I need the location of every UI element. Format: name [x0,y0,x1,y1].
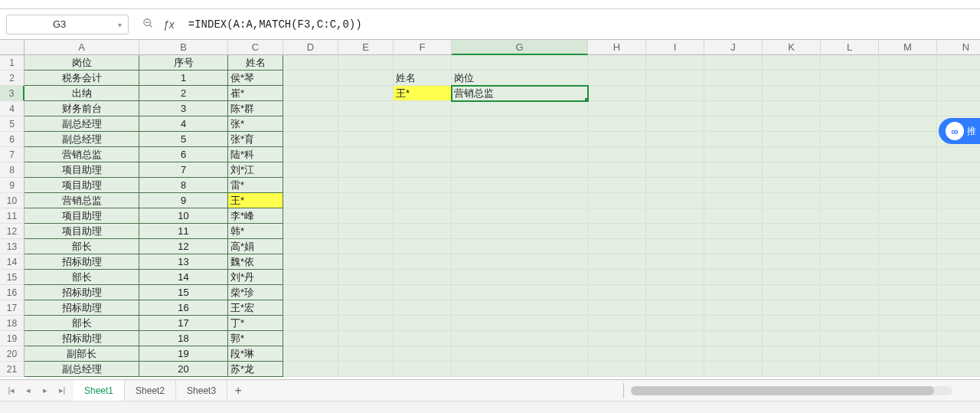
cell-L3[interactable] [821,86,879,101]
cell-M17[interactable] [879,300,937,316]
cell-B7[interactable]: 6 [139,147,228,162]
col-header-C[interactable]: C [228,40,283,55]
row-header-1[interactable]: 1 [0,55,24,70]
cell-A20[interactable]: 副部长 [24,346,139,362]
cell-G20[interactable] [452,346,588,362]
col-header-N[interactable]: N [937,40,980,55]
cell-N9[interactable] [937,178,980,193]
cell-K15[interactable] [763,270,821,285]
cell-N2[interactable] [937,70,980,86]
formula-input[interactable] [188,18,974,31]
row-header-18[interactable]: 18 [0,316,24,331]
cell-G5[interactable] [452,116,588,132]
cell-G18[interactable] [452,316,588,331]
cell-D15[interactable] [283,270,338,285]
zoom-out-icon[interactable] [142,18,154,31]
cell-G8[interactable] [452,162,588,178]
cell-C17[interactable]: 王*宏 [228,300,283,316]
sheet-next-icon[interactable]: ▸ [37,382,54,400]
cell-A2[interactable]: 税务会计 [24,70,139,86]
cell-M16[interactable] [879,285,937,300]
cell-K10[interactable] [763,193,821,208]
cell-M21[interactable] [879,362,937,377]
cell-A11[interactable]: 项目助理 [24,208,139,224]
col-header-B[interactable]: B [139,40,228,55]
row-header-5[interactable]: 5 [0,116,24,132]
cell-M3[interactable] [879,86,937,101]
cell-M7[interactable] [879,147,937,162]
cell-D20[interactable] [283,346,338,362]
cell-H1[interactable] [588,55,646,70]
cell-F19[interactable] [394,331,452,346]
cell-D1[interactable] [283,55,338,70]
cell-F18[interactable] [394,316,452,331]
cell-C12[interactable]: 韩* [228,224,283,239]
cell-D4[interactable] [283,101,338,116]
cell-N8[interactable] [937,162,980,178]
cell-C18[interactable]: 丁* [228,316,283,331]
col-header-J[interactable]: J [704,40,763,55]
col-header-H[interactable]: H [588,40,646,55]
cell-F5[interactable] [394,116,452,132]
add-sheet-button[interactable]: + [227,380,249,402]
row-header-11[interactable]: 11 [0,208,24,224]
row-header-15[interactable]: 15 [0,270,24,285]
cell-B1[interactable]: 序号 [139,55,228,70]
sheet-tab-sheet1[interactable]: Sheet1 [74,379,125,401]
cell-N18[interactable] [937,316,980,331]
cell-I4[interactable] [646,101,704,116]
cell-F10[interactable] [394,193,452,208]
cell-J2[interactable] [704,70,763,86]
cell-L16[interactable] [821,285,879,300]
cell-M12[interactable] [879,224,937,239]
cell-E11[interactable] [338,208,394,224]
cell-N19[interactable] [937,331,980,346]
col-header-G[interactable]: G [452,40,588,55]
cell-E7[interactable] [338,147,394,162]
cell-I17[interactable] [646,300,704,316]
cell-J1[interactable] [704,55,763,70]
row-headers[interactable]: 123456789101112131415161718192021 [0,55,24,377]
cell-F9[interactable] [394,178,452,193]
cell-E19[interactable] [338,331,394,346]
cell-M19[interactable] [879,331,937,346]
cell-J6[interactable] [704,132,763,147]
row-header-16[interactable]: 16 [0,285,24,300]
cell-K8[interactable] [763,162,821,178]
spreadsheet-grid[interactable]: ABCDEFGHIJKLMN 1234567891011121314151617… [0,40,980,379]
cell-E21[interactable] [338,362,394,377]
cloud-side-button[interactable]: ∞ 推 [939,118,980,144]
cell-M6[interactable] [879,132,937,147]
cell-H18[interactable] [588,316,646,331]
cell-N16[interactable] [937,285,980,300]
cell-L19[interactable] [821,331,879,346]
horizontal-scrollbar-thumb[interactable] [631,386,934,395]
row-header-14[interactable]: 14 [0,254,24,270]
cell-H2[interactable] [588,70,646,86]
cell-J20[interactable] [704,346,763,362]
cell-H6[interactable] [588,132,646,147]
cell-N14[interactable] [937,254,980,270]
cell-E1[interactable] [338,55,394,70]
cell-I15[interactable] [646,270,704,285]
cell-N15[interactable] [937,270,980,285]
cell-G12[interactable] [452,224,588,239]
cell-I1[interactable] [646,55,704,70]
sheet-last-icon[interactable]: ▸| [54,382,70,400]
cell-G2[interactable]: 岗位 [452,70,588,86]
cell-A4[interactable]: 财务前台 [24,101,139,116]
cell-I10[interactable] [646,193,704,208]
cell-I5[interactable] [646,116,704,132]
cell-M2[interactable] [879,70,937,86]
cell-L1[interactable] [821,55,879,70]
select-all-corner[interactable] [0,40,24,55]
cell-I12[interactable] [646,224,704,239]
cell-L8[interactable] [821,162,879,178]
cell-F7[interactable] [394,147,452,162]
cell-H15[interactable] [588,270,646,285]
col-header-I[interactable]: I [646,40,704,55]
cell-G16[interactable] [452,285,588,300]
row-header-7[interactable]: 7 [0,147,24,162]
cell-D11[interactable] [283,208,338,224]
cell-A3[interactable]: 出纳 [24,86,139,101]
